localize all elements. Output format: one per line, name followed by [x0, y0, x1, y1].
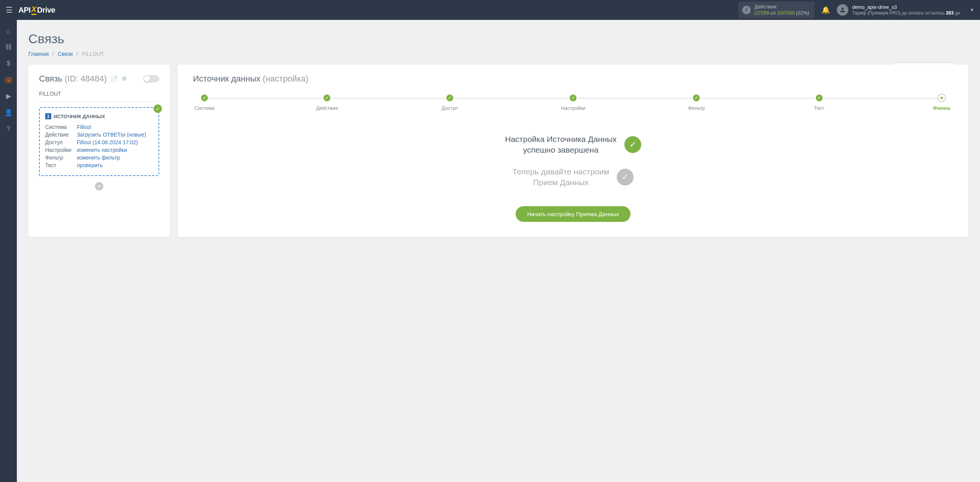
avatar-icon: [837, 4, 848, 16]
main: Связь Главная / Связи / FILLOUT ? Настро…: [17, 20, 980, 249]
step[interactable]: Финиш: [930, 94, 953, 111]
briefcase-icon[interactable]: 💼: [5, 76, 13, 84]
add-button[interactable]: +: [95, 182, 103, 191]
app-header: ☰ APIXDrive i Действия: 22'059 из 100'00…: [0, 0, 980, 20]
check-icon: ✓: [154, 104, 162, 113]
dollar-icon[interactable]: $: [7, 60, 10, 67]
bc-home[interactable]: Главная: [28, 51, 49, 57]
sitemap-icon[interactable]: ⛓: [5, 44, 12, 51]
source-row: СистемаFillout: [45, 123, 146, 131]
connection-card: Связь (ID: 48484) 📄 ⚙ FILLOUT ✓ 1 ИСТОЧН…: [28, 65, 170, 237]
wizard-title: Источник данных (настройка): [193, 74, 953, 84]
source-row: Фильтризменить фильтр: [45, 154, 146, 161]
success-message-2: Теперь давайте настроимПрием Данных ✓: [193, 166, 953, 188]
wizard-card: Источник данных (настройка) ✓Система✓Дей…: [178, 65, 969, 237]
enable-toggle[interactable]: [143, 75, 159, 83]
connection-title: Связь (ID: 48484) 📄 ⚙: [39, 74, 159, 84]
breadcrumb: Главная / Связи / FILLOUT: [28, 51, 969, 57]
page-title: Связь: [28, 31, 969, 46]
user-icon[interactable]: 👤: [5, 109, 13, 117]
connection-subname: FILLOUT: [39, 91, 159, 102]
source-row: ДоступFillout (14.08.2024 17:02): [45, 138, 146, 146]
source-link[interactable]: изменить фильтр: [77, 155, 120, 161]
info-icon: i: [742, 6, 751, 14]
stepper: ✓Система✓Действие✓Доступ✓Настройки✓Фильт…: [193, 94, 953, 111]
tariff-line: Тариф |Премиум PRO| до оплаты осталось 2…: [852, 10, 960, 16]
actions-counter[interactable]: i Действия: 22'059 из 100'000 (22%): [738, 2, 815, 18]
clipboard-icon[interactable]: 📄: [111, 75, 118, 82]
step[interactable]: ✓Настройки: [561, 94, 585, 111]
logo[interactable]: APIXDrive: [18, 5, 55, 15]
help-icon[interactable]: ?: [7, 125, 10, 133]
youtube-icon[interactable]: ▶: [6, 92, 11, 100]
success-message-1: Настройка Источника Данныхуспешно заверш…: [193, 134, 953, 156]
menu-icon[interactable]: ☰: [6, 5, 13, 15]
step[interactable]: ✓Тест: [808, 94, 831, 111]
username: demo_apix-drive_s3: [852, 4, 960, 10]
source-link[interactable]: Fillout (14.08.2024 17:02): [77, 139, 138, 145]
bell-icon[interactable]: 🔔: [822, 6, 830, 14]
source-row: Настройкиизменить настройки: [45, 146, 146, 154]
home-icon[interactable]: ⌂: [7, 28, 10, 35]
bc-current: FILLOUT: [82, 51, 104, 57]
step[interactable]: ✓Система: [193, 94, 216, 111]
bc-links[interactable]: Связи: [58, 51, 73, 57]
source-row: ДействиеЗагрузить ОТВЕТЫ (новые): [45, 131, 146, 138]
chevron-down-icon: ▼: [970, 7, 974, 13]
source-row: Тестпроверить: [45, 161, 146, 169]
check-circle-icon: ✓: [624, 136, 641, 153]
user-menu[interactable]: demo_apix-drive_s3 Тариф |Премиум PRO| д…: [837, 4, 974, 16]
step[interactable]: ✓Доступ: [438, 94, 461, 111]
sidebar: ⌂ ⛓ $ 💼 ▶ 👤 ?: [0, 20, 17, 249]
source-link[interactable]: Загрузить ОТВЕТЫ (новые): [77, 132, 146, 138]
step[interactable]: ✓Действие: [315, 94, 338, 111]
check-circle-grey-icon: ✓: [617, 169, 634, 186]
source-box[interactable]: ✓ 1 ИСТОЧНИК ДАННЫХ СистемаFilloutДейств…: [39, 107, 159, 176]
source-link[interactable]: проверить: [77, 162, 103, 168]
actions-label: Действия:: [755, 4, 778, 10]
source-head: 1 ИСТОЧНИК ДАННЫХ: [45, 113, 153, 119]
gear-icon[interactable]: ⚙: [122, 75, 127, 82]
source-table: СистемаFilloutДействиеЗагрузить ОТВЕТЫ (…: [45, 123, 146, 169]
start-receiver-button[interactable]: Начать настройку Приема Данных: [516, 206, 630, 222]
step[interactable]: ✓Фильтр: [685, 94, 708, 111]
source-link[interactable]: изменить настройки: [77, 147, 127, 153]
source-link[interactable]: Fillout: [77, 124, 91, 130]
